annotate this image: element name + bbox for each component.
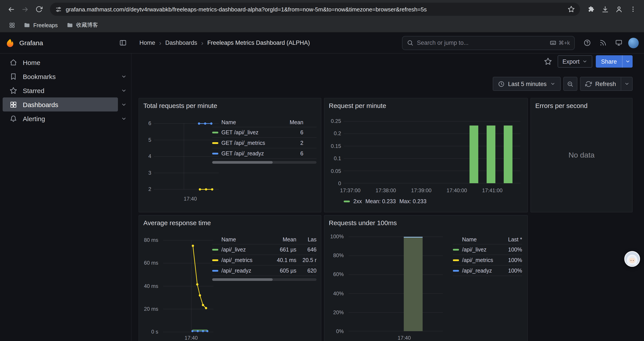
site-settings-icon[interactable] (55, 6, 62, 13)
chevron-down-icon[interactable] (118, 99, 129, 110)
brand-area: Grafana (5, 37, 133, 49)
panel-title[interactable]: Total requests per minute (139, 98, 321, 112)
url-bar[interactable]: grafana.mathmast.com/d/deytv4rwavabkb/fr… (50, 3, 580, 16)
legend-row[interactable]: /api/_readyz100% (453, 265, 522, 276)
breadcrumb-home[interactable]: Home (140, 40, 155, 46)
bookmark-label: 收藏博客 (76, 22, 98, 29)
legend-scrollbar[interactable] (212, 278, 316, 281)
legend-header-mean[interactable]: Mean (279, 119, 303, 125)
favorite-star-icon[interactable] (542, 55, 554, 68)
legend-row[interactable]: GET /api/_metrics2 (212, 138, 316, 148)
dashboards-icon (10, 101, 17, 108)
legend-table: NameMeanLas /api/_livez661 µs646 /api/_m… (212, 235, 316, 281)
breadcrumb: Home › Dashboards › Freeleaps Metrics Da… (140, 39, 310, 47)
no-data-message: No data (531, 151, 632, 160)
refresh-interval-dropdown[interactable] (621, 77, 632, 90)
bookmark-star-icon[interactable] (568, 6, 575, 13)
sidebar-item-label: Alerting (23, 115, 45, 122)
tv-mode-icon[interactable] (612, 37, 625, 49)
series-color-yellow (212, 259, 218, 261)
sidebar-item-dashboards[interactable]: Dashboards (0, 97, 131, 112)
zoom-out-button[interactable] (563, 77, 577, 91)
back-button[interactable] (4, 3, 18, 16)
x-axis-label: 17:40 (184, 335, 198, 341)
legend-table: NameMean GET /api/_livez6 GET /api/_metr… (212, 118, 316, 164)
y-axis: 100%80%60%40%20%0% (324, 233, 344, 334)
request-per-minute-plot (344, 121, 520, 183)
grafana-app: Grafana Home › Dashboards › Freeleaps Me… (0, 33, 644, 341)
search-input[interactable] (417, 40, 546, 46)
series-color-green (212, 249, 218, 250)
x-axis-label: 17:40 (398, 335, 411, 341)
sidebar-item-label: Home (23, 59, 40, 66)
legend-scrollbar[interactable] (212, 161, 316, 164)
downloads-icon[interactable] (598, 3, 612, 16)
chevron-down-icon[interactable] (118, 85, 129, 96)
panel-title[interactable]: Average response time (139, 215, 321, 229)
sidebar-item-label: Bookmarks (23, 73, 56, 80)
sidebar-item-label: Starred (23, 87, 44, 94)
bell-icon (10, 115, 17, 122)
sidebar-item-starred[interactable]: Starred (0, 83, 131, 97)
search-box[interactable]: ⌘+k (402, 36, 575, 50)
news-rss-icon[interactable] (597, 37, 609, 49)
legend-row[interactable]: GET /api/_livez6 (212, 127, 316, 138)
panel-title[interactable]: Errors per second (531, 98, 632, 112)
legend-row[interactable]: /api/_metrics40.1 ms20.5 r (212, 255, 316, 265)
refresh-button[interactable]: Refresh (580, 77, 632, 91)
help-icon[interactable] (581, 37, 593, 49)
url-text[interactable]: grafana.mathmast.com/d/deytv4rwavabkb/fr… (66, 6, 564, 13)
legend-row[interactable]: /api/_livez661 µs646 (212, 244, 316, 255)
breadcrumb-separator: › (159, 39, 161, 47)
legend-row[interactable]: /api/_livez100% (453, 244, 522, 255)
extensions-icon[interactable] (584, 3, 598, 16)
legend-row[interactable]: /api/_readyz605 µs620 (212, 265, 316, 276)
floating-avatar-widget[interactable] (624, 251, 640, 267)
reload-button[interactable] (32, 3, 46, 16)
series-color-yellow (453, 259, 459, 261)
legend-header-name[interactable]: Name (212, 119, 279, 125)
legend-row[interactable]: 2xx Mean: 0.233 Max: 0.233 (344, 198, 426, 204)
search-icon (407, 40, 414, 46)
chevron-down-icon (582, 59, 588, 64)
bookmark-item[interactable]: 收藏博客 (63, 20, 102, 31)
time-controls: Last 5 minutes Refresh (138, 77, 632, 91)
folder-icon (24, 22, 30, 29)
chevron-down-icon[interactable] (118, 113, 129, 124)
series-color-green (212, 131, 218, 133)
breadcrumb-dashboards[interactable]: Dashboards (165, 40, 197, 46)
home-icon (10, 59, 17, 66)
forward-button[interactable] (18, 3, 32, 16)
dashboard-actions: Export Share (132, 54, 644, 69)
bookmark-item[interactable]: Freeleaps (20, 20, 61, 30)
search-shortcut: ⌘+k (550, 40, 570, 46)
legend-row[interactable]: /api/_metrics100% (453, 255, 522, 265)
user-avatar[interactable] (628, 38, 639, 48)
sidebar-item-alerting[interactable]: Alerting (0, 112, 131, 126)
bookmarks-bar: Freeleaps 收藏博客 (0, 19, 644, 33)
share-button[interactable]: Share (596, 55, 632, 68)
dock-menu-icon[interactable] (116, 37, 129, 49)
profile-icon[interactable] (612, 3, 626, 16)
series-color-blue (212, 270, 218, 271)
header-icons (581, 37, 639, 49)
breadcrumb-separator: › (201, 39, 204, 47)
panel-title[interactable]: Requests under 100ms (324, 215, 528, 229)
series-color-yellow (212, 142, 218, 144)
panel-grid: Total requests per minute 65432 (138, 98, 632, 341)
y-axis: 80 ms60 ms40 ms20 ms0 s (139, 237, 158, 335)
share-dropdown-icon[interactable] (622, 55, 632, 68)
panel-title[interactable]: Request per minute (324, 98, 528, 112)
sidebar-item-home[interactable]: Home (0, 55, 131, 69)
sidebar-item-bookmarks[interactable]: Bookmarks (0, 69, 131, 83)
chevron-down-icon[interactable] (118, 71, 129, 82)
sidebar-nav: Home Bookmarks Starred (0, 54, 132, 341)
panel-requests-under-100ms: Requests under 100ms 100%80%60%40%20%0% … (324, 215, 528, 341)
menu-icon[interactable] (626, 3, 640, 16)
export-button[interactable]: Export (558, 55, 592, 68)
panel-total-requests: Total requests per minute 65432 (138, 98, 321, 212)
time-range-picker[interactable]: Last 5 minutes (493, 77, 561, 91)
legend-row[interactable]: GET /api/_readyz6 (212, 148, 316, 159)
breadcrumb-current: Freeleaps Metrics Dashboard (ALPHA) (207, 40, 310, 46)
apps-grid-icon[interactable] (5, 19, 18, 32)
